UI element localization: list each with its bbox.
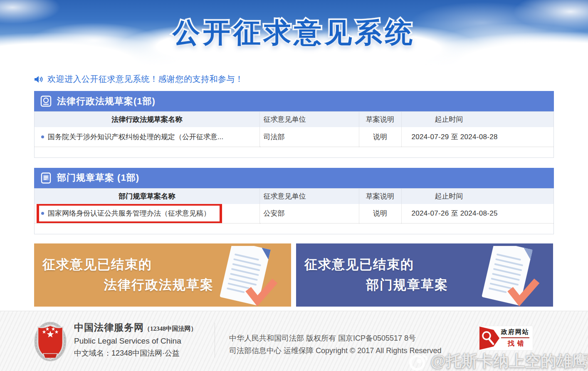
- page-footer: 中国法律服务网（12348中国法网） Public Legal Services…: [0, 311, 588, 371]
- regulations-table: 部门规章草案名称 征求意见单位 草案说明 起止时间 国家网络身份认证公共服务管理…: [34, 188, 554, 235]
- section-title: 法律行政法规草案(1部): [57, 95, 156, 108]
- section-header-regulations: 部门规章草案 (1部): [34, 168, 554, 188]
- banner-text-line1: 征求意见已结束的: [304, 254, 448, 275]
- site-domain: 中文域名：12348中国法网·公益: [74, 348, 211, 358]
- banner-text-line2: 部门规章草案: [304, 275, 448, 295]
- page-title: 公开征求意见系统: [0, 14, 588, 52]
- col-header-note: 草案说明: [359, 189, 401, 204]
- copyright-line1: 中华人民共和国司法部 版权所有 国京ICP备0505517 8号: [229, 332, 441, 344]
- draft-name-cell[interactable]: 国务院关于涉外知识产权纠纷处理的规定（公开征求意...: [35, 127, 259, 147]
- col-header-unit: 征求意见单位: [259, 189, 359, 204]
- col-header-note: 草案说明: [359, 112, 401, 127]
- banner-text-line2: 法律行政法规草案: [42, 275, 214, 295]
- welcome-banner: 欢迎进入公开征求意见系统！感谢您的支持和参与！: [34, 74, 554, 85]
- bullet-dot-icon: [41, 212, 44, 215]
- copyright-line2: 司法部信息中心 运维保障 Copyright © 2017 All Rights…: [229, 344, 441, 357]
- note-link[interactable]: 说明: [359, 204, 401, 224]
- closed-regulations-banner[interactable]: 征求意见已结束的 部门规章草案: [296, 243, 553, 307]
- draft-name-link[interactable]: 国务院关于涉外知识产权纠纷处理的规定（公开征求意...: [48, 133, 223, 141]
- table-bottom-spacer: [35, 147, 553, 157]
- welcome-text: 欢迎进入公开征求意见系统！感谢您的支持和参与！: [47, 74, 244, 85]
- bullet-dot-icon: [41, 135, 44, 138]
- speaker-icon: [34, 75, 43, 84]
- draft-name-link[interactable]: 国家网络身份认证公共服务管理办法（征求意见稿）: [48, 209, 210, 217]
- col-header-name: 部门规章草案名称: [35, 189, 259, 204]
- col-header-time: 起止时间: [401, 112, 553, 127]
- draft-name-cell[interactable]: 国家网络身份认证公共服务管理办法（征求意见稿）: [35, 204, 259, 224]
- site-name: 中国法律服务网（12348中国法网）: [74, 321, 211, 334]
- unit-cell: 司法部: [259, 127, 359, 147]
- section-title: 部门规章草案 (1部): [57, 172, 139, 184]
- time-cell: 2024-07-26 至 2024-08-25: [401, 204, 553, 224]
- unit-cell: 公安部: [259, 204, 359, 224]
- col-header-time: 起止时间: [401, 189, 553, 204]
- table-header-row: 法律行政法规草案名称 征求意见单位 草案说明 起止时间: [35, 112, 553, 127]
- error-badge-line2: 找错: [499, 339, 533, 348]
- laws-table: 法律行政法规草案名称 征求意见单位 草案说明 起止时间 国务院关于涉外知识产权纠…: [34, 111, 554, 158]
- table-bottom-spacer: [35, 224, 553, 234]
- error-report-flag-icon: [479, 326, 499, 350]
- checked-document-icon: [467, 246, 544, 306]
- site-name-paren: （12348中国法网）: [144, 325, 197, 332]
- document-lines-icon: [40, 172, 52, 184]
- badge-book-icon: [40, 96, 52, 107]
- footer-divider: [215, 323, 215, 358]
- table-row: 国家网络身份认证公共服务管理办法（征求意见稿） 公安部 说明 2024-07-2…: [35, 204, 553, 224]
- note-link[interactable]: 说明: [359, 127, 401, 147]
- banner-text-line1: 征求意见已结束的: [42, 254, 214, 275]
- ministry-emblem-logo: [34, 322, 67, 361]
- col-header-unit: 征求意见单位: [259, 112, 359, 127]
- time-cell: 2024-07-29 至 2024-08-28: [401, 127, 553, 147]
- gov-site-error-report-badge[interactable]: 政府网站 找错: [479, 326, 533, 350]
- sky-header: 公开征求意见系统: [0, 0, 588, 65]
- closed-laws-banner[interactable]: 征求意见已结束的 法律行政法规草案: [34, 243, 291, 307]
- checked-document-icon: [205, 246, 282, 306]
- table-row: 国务院关于涉外知识产权纠纷处理的规定（公开征求意... 司法部 说明 2024-…: [35, 127, 553, 147]
- error-badge-line1: 政府网站: [501, 328, 529, 338]
- table-header-row: 部门规章草案名称 征求意见单位 草案说明 起止时间: [35, 189, 553, 204]
- col-header-name: 法律行政法规草案名称: [35, 112, 259, 127]
- section-header-laws: 法律行政法规草案(1部): [34, 91, 554, 111]
- site-name-en: Public Legal Services of China: [74, 337, 211, 346]
